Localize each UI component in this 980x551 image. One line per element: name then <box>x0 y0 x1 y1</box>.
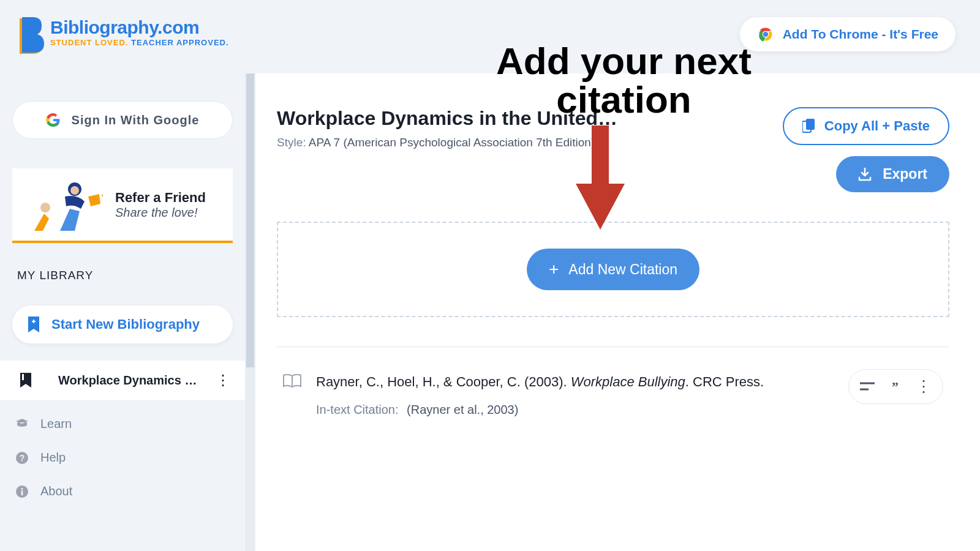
bookmark-plus-icon <box>27 317 40 332</box>
refer-title: Refer a Friend <box>115 190 206 206</box>
svg-text:?: ? <box>20 453 25 463</box>
copy-all-button[interactable]: Copy All + Paste <box>783 107 949 145</box>
copy-icon <box>802 119 816 133</box>
plus-icon: + <box>549 260 559 279</box>
scrollbar-thumb[interactable] <box>246 73 254 367</box>
site-header: Bibliography.com STUDENT LOVED. TEACHER … <box>0 0 980 61</box>
google-icon <box>46 113 61 127</box>
notes-icon[interactable] <box>860 382 875 392</box>
refer-illustration-icon <box>23 177 103 232</box>
export-label: Export <box>883 166 927 182</box>
logo-tagline: STUDENT LOVED. TEACHER APPROVED. <box>50 38 229 47</box>
start-new-bibliography-button[interactable]: Start New Bibliography <box>12 305 233 343</box>
more-vert-icon[interactable]: ⋮ <box>916 377 932 396</box>
nav-help[interactable]: ? Help <box>12 441 233 474</box>
citation-text[interactable]: Rayner, C., Hoel, H., & Cooper, C. (2003… <box>316 373 834 392</box>
sidebar-library-item[interactable]: Workplace Dynamics In … ⋮ <box>0 361 245 400</box>
quote-icon[interactable]: ” <box>892 379 899 395</box>
add-new-citation-button[interactable]: + Add New Citation <box>527 249 699 290</box>
nav-learn[interactable]: Learn <box>12 407 233 441</box>
svg-rect-8 <box>22 374 24 380</box>
nav-learn-label: Learn <box>40 417 72 431</box>
refer-friend-card[interactable]: Refer a Friend Share the love! <box>12 168 233 243</box>
citation-row: Rayner, C., Hoel, H., & Cooper, C. (2003… <box>277 347 949 417</box>
add-to-chrome-button[interactable]: Add To Chrome - It's Free <box>740 17 956 51</box>
bookmark-icon <box>9 373 32 388</box>
add-new-label: Add New Citation <box>568 261 677 278</box>
nav-about[interactable]: About <box>12 474 233 508</box>
page-title: Workplace Dynamics in the United… <box>277 107 617 130</box>
intext-citation: In-text Citation: (Rayner et al., 2003) <box>316 403 834 417</box>
citation-actions: ” ⋮ <box>848 369 943 404</box>
nav-about-label: About <box>40 484 72 498</box>
chrome-icon <box>757 26 774 43</box>
add-to-chrome-label: Add To Chrome - It's Free <box>783 27 938 42</box>
logo[interactable]: Bibliography.com STUDENT LOVED. TEACHER … <box>13 17 229 55</box>
start-new-label: Start New Bibliography <box>51 317 200 332</box>
info-icon <box>15 485 29 498</box>
add-citation-zone: + Add New Citation <box>277 222 949 317</box>
refer-subtitle: Share the love! <box>115 206 206 220</box>
library-label: MY LIBRARY <box>17 269 228 282</box>
svg-rect-12 <box>21 490 23 495</box>
svg-rect-15 <box>806 119 815 130</box>
sidebar: Sign In With Google Refer a Friend Share… <box>0 73 245 551</box>
library-item-name: Workplace Dynamics In … <box>43 373 198 388</box>
logo-title: Bibliography.com <box>50 17 229 38</box>
copy-all-label: Copy All + Paste <box>824 118 930 134</box>
citation-style: Style: APA 7 (American Psychological Ass… <box>277 136 617 149</box>
scrollbar-track[interactable] <box>245 73 255 551</box>
download-icon <box>858 168 872 181</box>
nav-help-label: Help <box>40 451 66 465</box>
svg-rect-7 <box>33 320 34 323</box>
svg-point-3 <box>40 203 50 212</box>
book-icon <box>283 374 301 389</box>
main-content: Workplace Dynamics in the United… Style:… <box>255 73 980 551</box>
export-button[interactable]: Export <box>836 156 949 192</box>
google-signin-label: Sign In With Google <box>72 113 200 127</box>
learn-icon <box>15 419 29 430</box>
svg-point-5 <box>70 186 79 195</box>
google-signin-button[interactable]: Sign In With Google <box>12 101 233 139</box>
logo-mark-icon <box>13 17 44 55</box>
help-icon: ? <box>15 451 29 465</box>
more-vert-icon[interactable]: ⋮ <box>209 372 236 389</box>
svg-rect-13 <box>21 488 23 490</box>
